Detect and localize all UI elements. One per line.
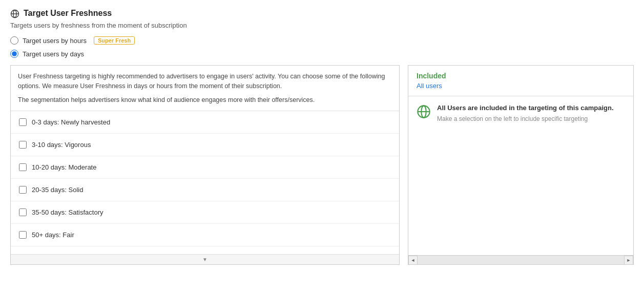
option-label-5: 50+ days: Fair [32,231,74,239]
right-panel: Included All users All Users are include… [408,65,634,265]
option-label-0: 0-3 days: Newly harvested [32,118,110,126]
description-para1: User Freshness targeting is highly recom… [18,72,392,91]
list-item: 50+ days: Fair [11,224,399,246]
option-label-1: 3-10 days: Vigorous [32,141,91,149]
radio-label-hours[interactable]: Target users by hours [23,37,87,45]
included-info-bold: All Users are included in the targeting … [437,103,614,113]
bottom-scrollbar[interactable]: ◄ ► [408,255,633,264]
down-arrow-icon: ▼ [202,257,207,262]
super-fresh-badge: Super Fresh [94,36,135,45]
list-item: 20-35 days: Solid [11,179,399,201]
list-item: 35-50 days: Satisfactory [11,201,399,224]
radio-by-days[interactable] [10,50,18,58]
scroll-right-button[interactable]: ► [624,256,633,265]
left-panel: User Freshness targeting is highly recom… [10,65,400,265]
checkbox-0-3[interactable] [19,118,27,126]
description-box: User Freshness targeting is highly recom… [11,66,399,111]
included-info-text: All Users are included in the targeting … [437,103,614,123]
checkbox-10-20[interactable] [19,163,27,171]
option-label-2: 10-20 days: Moderate [32,163,96,171]
section-title: Target User Freshness [10,8,634,18]
included-header: Included All users [408,66,633,96]
globe-icon-green [417,104,431,119]
right-arrow-icon: ► [627,258,631,263]
included-info-sub: Make a selection on the left to include … [437,115,614,123]
radio-group: Target users by hours Super Fresh Target… [10,36,634,58]
checkbox-20-35[interactable] [19,186,27,194]
checkbox-50-plus[interactable] [19,231,27,239]
list-item: 0-3 days: Newly harvested [11,111,399,134]
checkbox-35-50[interactable] [19,208,27,216]
checkbox-3-10[interactable] [19,141,27,149]
left-arrow-icon: ◄ [411,258,416,263]
scroll-down-button[interactable]: ▼ [11,254,399,264]
radio-by-hours[interactable] [10,36,18,45]
list-item: 3-10 days: Vigorous [11,134,399,156]
option-label-3: 20-35 days: Solid [32,186,83,194]
radio-label-days[interactable]: Target users by days [23,50,84,58]
options-scroll-container[interactable]: 0-3 days: Newly harvested 3-10 days: Vig… [11,111,399,254]
title-text: Target User Freshness [24,9,112,18]
included-value: All users [417,82,625,90]
globe-icon [10,9,19,18]
option-label-4: 35-50 days: Satisfactory [32,208,103,216]
scroll-track-horizontal [418,256,624,264]
scroll-left-button[interactable]: ◄ [408,256,418,265]
list-item: 10-20 days: Moderate [11,156,399,179]
included-info: All Users are included in the targeting … [408,96,633,183]
included-title: Included [417,72,625,80]
page-container: Target User Freshness Targets users by f… [0,0,644,273]
radio-row-hours: Target users by hours Super Fresh [10,36,634,45]
radio-row-days: Target users by days [10,50,634,58]
section-subtitle: Targets users by freshness from the mome… [10,22,634,29]
description-para2: The segmentation helps advertisers know … [18,95,392,105]
main-content: User Freshness targeting is highly recom… [10,65,634,265]
